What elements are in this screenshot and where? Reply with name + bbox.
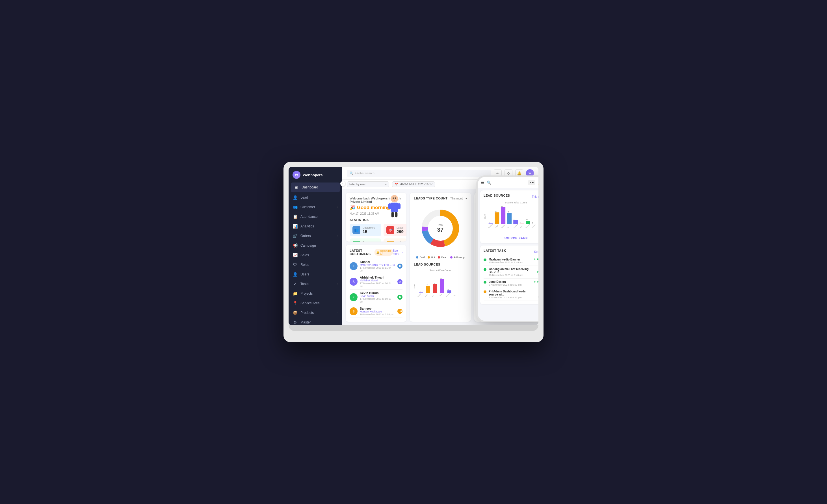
date-range-text: 2023-11-01 to 2023-11-17 [400, 183, 432, 186]
chevron-right-icon: › [337, 311, 338, 314]
sidebar-item-sales[interactable]: 📈 Sales [289, 250, 342, 260]
bell-icon: 🔔 [517, 171, 522, 175]
leads-icon: 🎯 [386, 226, 394, 234]
sidebar-item-analytics[interactable]: 📊 Analytics [289, 221, 342, 231]
sidebar-item-campaign[interactable]: 📢 Campaign [289, 241, 342, 250]
sidebar-item-attendance[interactable]: 📋 Attendance [289, 212, 342, 221]
customer-company: Kevin Blinds [360, 295, 395, 298]
legend-hot: Hot [428, 256, 435, 259]
mobile-device: ☰ 🔍 + ▾ 🔔 W LEAD SOURCES [476, 175, 538, 322]
customer-company: MMK TRADING PTY LTD ...(1) [360, 264, 395, 266]
stat-customers: 👥 Customers 15 [350, 224, 381, 236]
sidebar-item-master[interactable]: ⚙ Master › [289, 317, 342, 325]
sidebar-item-label: Analytics [300, 224, 314, 228]
plus-icon: + [496, 171, 498, 175]
svg-rect-41 [520, 224, 524, 224]
cold-label: Cold [420, 256, 425, 259]
stat-orders: 📦 Orders 17 [384, 239, 406, 242]
svg-point-7 [395, 198, 396, 199]
sidebar-item-service-area[interactable]: 📍 Service Area [289, 298, 342, 308]
sidebar-item-products[interactable]: 📦 Products › [289, 308, 342, 317]
donut-chart: 13% 70% 13% Total 37 [418, 206, 463, 251]
stats-grid: 👥 Customers 15 🎯 Leads 299 [350, 224, 402, 242]
task-status: In Progress [534, 280, 538, 283]
app-title: Webhopers ... [303, 173, 327, 177]
task-date: 10 November 2023 at 9:48 am [489, 274, 534, 276]
task-title: working on mail not receiving issue in .… [489, 267, 534, 274]
chevron-right-icon: › [337, 196, 338, 199]
svg-text:48: 48 [507, 211, 509, 213]
mobile-task-see-more[interactable]: See more › [534, 250, 538, 253]
sidebar-item-label: Lead [300, 196, 308, 199]
revenue-label: Renvenue [362, 241, 379, 242]
sidebar-item-users[interactable]: 👤 Users [289, 269, 342, 279]
sidebar-item-customer[interactable]: 👥 Customer › [289, 202, 342, 212]
svg-text:74: 74 [434, 283, 435, 284]
svg-text:Website: Website [501, 224, 505, 228]
mobile-bell-icon[interactable]: 🔔 [538, 180, 538, 185]
mobile-add-button[interactable]: + ▾ [528, 180, 535, 185]
revenue-icon: ₹ [352, 241, 360, 242]
svg-rect-20 [440, 279, 444, 293]
mobile-this-month[interactable]: This month ▾ [532, 195, 538, 198]
svg-text:17: 17 [448, 289, 449, 291]
sidebar-item-dashboard[interactable]: ⊞ Dashboard [291, 183, 340, 192]
task-status: In Progress [536, 267, 538, 273]
svg-text:70%: 70% [446, 232, 451, 235]
task-title: PH Admin Dashboard leads source wi... [489, 290, 534, 296]
svg-text:DirectCall: DirectCall [418, 293, 422, 297]
svg-text:13%: 13% [442, 219, 447, 222]
sidebar-item-label: Users [300, 272, 309, 276]
task-dot [484, 281, 486, 284]
customer-date: 17 November 2023 at 10:18 am [360, 298, 395, 303]
lead-sources-bar-chart: COUNT 4 61 74 [414, 273, 467, 304]
svg-text:17: 17 [514, 218, 515, 220]
sidebar-item-label: Attendance [300, 215, 318, 219]
screen: W Webhopers ... ⊞ Dashboard 👤 Lead › 👥 C… [289, 167, 538, 325]
statistics-title: STATISTICS [350, 218, 402, 221]
sidebar: W Webhopers ... ⊞ Dashboard 👤 Lead › 👥 C… [289, 167, 342, 325]
logo-icon: W [293, 171, 300, 179]
filter-placeholder: Filter by user [349, 183, 366, 186]
sidebar-item-label: Dashboard [302, 185, 318, 189]
grid-icon: ⊹ [507, 171, 510, 175]
chevron-down-icon: ▾ [466, 197, 467, 200]
task-status: In Progress [534, 258, 538, 261]
svg-rect-19 [433, 284, 437, 293]
latest-customers-card: LATEST CUSTOMERS 🔔 Reminder (0) See more… [346, 245, 406, 322]
mobile-search-icon[interactable]: 🔍 [487, 181, 491, 185]
mobile-chart-title: Source Wise Count [484, 201, 538, 204]
svg-point-0 [391, 195, 398, 202]
svg-text:COUNT: COUNT [484, 214, 486, 219]
search-box[interactable]: 🔍 Global search... [347, 170, 491, 177]
chevron-right-icon: › [337, 292, 338, 295]
list-item: K Kushal MMK TRADING PTY LTD ...(1) 17 N… [350, 258, 402, 274]
see-more-customers[interactable]: See more › [393, 249, 403, 255]
lead-sources-section: LEAD SOURCES Source Wise Count COUNT [414, 263, 467, 305]
svg-text:DirectCall: DirectCall [488, 224, 493, 229]
svg-text:Website: Website [439, 293, 443, 297]
sidebar-collapse-button[interactable]: ‹ [340, 181, 345, 186]
sidebar-item-label: Projects [300, 292, 312, 296]
leads-label: Leads [396, 226, 404, 229]
this-month-button[interactable]: This month ▾ [450, 197, 467, 200]
calendar-icon: 📅 [395, 183, 398, 186]
mobile-latest-task: LATEST TASK See more › Maalaxmi vedio Ba… [480, 246, 538, 304]
search-placeholder: Global search... [355, 171, 377, 175]
sidebar-item-roles[interactable]: 🛡 Roles [289, 260, 342, 269]
mobile-menu-icon[interactable]: ☰ [481, 180, 484, 185]
list-item: Maalaxmi vedio Banner 10 November 2023 a… [484, 256, 538, 266]
sidebar-item-tasks[interactable]: ✓ Tasks › [289, 279, 342, 289]
sidebar-item-lead[interactable]: 👤 Lead › [289, 193, 342, 202]
dead-label: Dead [441, 256, 447, 259]
chevron-right-icon: › [337, 321, 338, 324]
user-filter-select[interactable]: Filter by user ▾ [347, 182, 389, 187]
sidebar-item-projects[interactable]: 📁 Projects › [289, 289, 342, 298]
legend-followup: Follow-up [450, 256, 465, 259]
campaign-icon: 📢 [293, 243, 298, 248]
sidebar-item-orders[interactable]: 🛒 Orders › [289, 231, 342, 241]
sidebar-item-label: Sales [300, 253, 309, 257]
followup-label: Follow-up [454, 256, 465, 259]
date-range-filter[interactable]: 📅 2023-11-01 to 2023-11-17 [392, 182, 435, 187]
svg-rect-3 [398, 203, 401, 209]
